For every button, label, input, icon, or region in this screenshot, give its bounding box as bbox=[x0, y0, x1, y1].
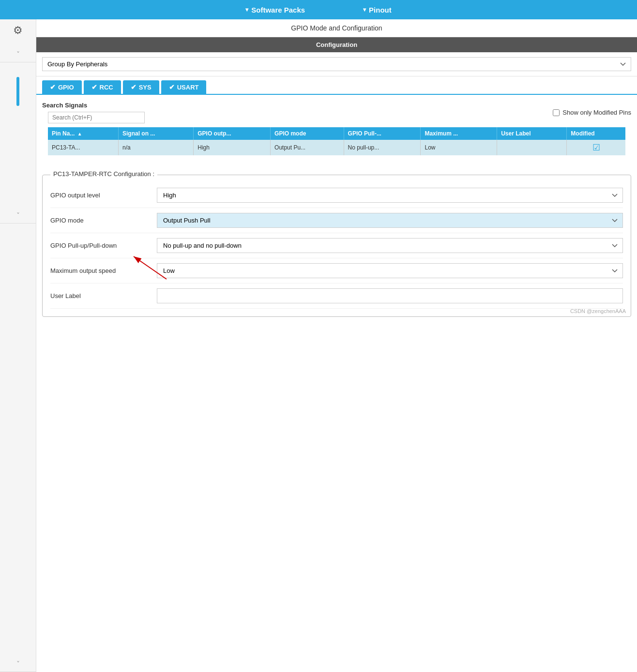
search-left: Search Signals bbox=[42, 102, 145, 123]
table-cell: No pull-up... bbox=[344, 140, 421, 155]
table-cell: High bbox=[194, 140, 271, 155]
col-signal[interactable]: Signal on ... bbox=[119, 127, 194, 140]
config-label-max-speed: Maximum output speed bbox=[50, 267, 157, 274]
sidebar-active-indicator bbox=[16, 77, 19, 106]
main-layout: ⚙ ˅ ˅ ˅ GPIO Mode and Configuration Conf… bbox=[0, 19, 637, 672]
config-row-max-speed: Maximum output speed Low Medium High bbox=[50, 258, 623, 284]
tab-sys[interactable]: ✔ SYS bbox=[123, 80, 159, 94]
check-icon: ✔ bbox=[169, 83, 175, 91]
table-row[interactable]: PC13-TA...n/aHighOutput Pu...No pull-up.… bbox=[48, 140, 625, 155]
show-modified-row: Show only Modified Pins bbox=[553, 109, 631, 116]
col-gpio-output[interactable]: GPIO outp... bbox=[194, 127, 271, 140]
show-modified-checkbox[interactable] bbox=[553, 109, 560, 116]
search-row: Search Signals Show only Modified Pins bbox=[36, 95, 637, 127]
col-modified[interactable]: Modified bbox=[567, 127, 625, 140]
group-by-row: Group By Peripherals Group By Mode bbox=[36, 52, 637, 76]
config-label-gpio-output: GPIO output level bbox=[50, 192, 157, 199]
software-packs-label: Software Packs bbox=[251, 6, 305, 14]
check-icon: ✔ bbox=[91, 83, 97, 91]
check-icon: ✔ bbox=[50, 83, 56, 91]
watermark: CSDN @zengchenAAA bbox=[570, 308, 626, 314]
config-row-gpio-output: GPIO output level High Low bbox=[50, 183, 623, 208]
top-bar: ▾ Software Packs ▾ Pinout bbox=[0, 0, 637, 19]
config-row-gpio-pull: GPIO Pull-up/Pull-down No pull-up and no… bbox=[50, 233, 623, 258]
col-gpio-pull[interactable]: GPIO Pull-... bbox=[344, 127, 421, 140]
sidebar-expand-mid[interactable]: ˅ bbox=[0, 208, 36, 224]
config-row-gpio-mode: GPIO mode Output Push Pull Output Open D… bbox=[50, 208, 623, 233]
left-sidebar: ⚙ ˅ ˅ ˅ bbox=[0, 19, 36, 672]
config-label-gpio-mode: GPIO mode bbox=[50, 217, 157, 224]
chevron-down-icon: ▾ bbox=[363, 6, 366, 13]
config-label-user-label: User Label bbox=[50, 292, 157, 299]
gpio-output-select[interactable]: High Low bbox=[157, 188, 623, 203]
sidebar-expand-bottom[interactable]: ˅ bbox=[0, 656, 36, 672]
gpio-pull-select[interactable]: No pull-up and no pull-down Pull-up Pull… bbox=[157, 238, 623, 253]
search-label: Search Signals bbox=[42, 102, 145, 109]
config-panel-legend: PC13-TAMPER-RTC Configuration : bbox=[50, 170, 157, 178]
table-cell: n/a bbox=[119, 140, 194, 155]
tab-sys-label: SYS bbox=[139, 84, 152, 91]
chevron-down-icon: ▾ bbox=[245, 6, 248, 13]
search-input[interactable] bbox=[48, 112, 145, 123]
sidebar-expand-top[interactable]: ˅ bbox=[0, 46, 36, 62]
check-icon: ✔ bbox=[131, 83, 136, 91]
tab-rcc-label: RCC bbox=[100, 84, 113, 91]
software-packs-menu[interactable]: ▾ Software Packs bbox=[245, 6, 305, 14]
col-gpio-mode[interactable]: GPIO mode bbox=[271, 127, 344, 140]
col-pin-name[interactable]: Pin Na... ▲ bbox=[48, 127, 119, 140]
config-header: Configuration bbox=[36, 37, 637, 52]
pinout-label: Pinout bbox=[369, 6, 392, 14]
col-max-speed[interactable]: Maximum ... bbox=[421, 127, 497, 140]
tab-gpio-label: GPIO bbox=[58, 84, 74, 91]
search-input-wrap bbox=[48, 112, 145, 123]
tab-usart[interactable]: ✔ USART bbox=[161, 80, 207, 94]
gpio-mode-select[interactable]: Output Push Pull Output Open Drain bbox=[157, 213, 623, 228]
user-label-input[interactable] bbox=[157, 288, 623, 303]
page-title: GPIO Mode and Configuration bbox=[36, 19, 637, 37]
gear-icon[interactable]: ⚙ bbox=[13, 24, 23, 37]
tab-usart-label: USART bbox=[177, 84, 199, 91]
table-header-row: Pin Na... ▲ Signal on ... GPIO outp... G… bbox=[48, 127, 625, 140]
tabs-row: ✔ GPIO ✔ RCC ✔ SYS ✔ USART bbox=[36, 76, 637, 95]
table-cell: PC13-TA... bbox=[48, 140, 119, 155]
pinout-menu[interactable]: ▾ Pinout bbox=[363, 6, 392, 14]
config-row-user-label: User Label bbox=[50, 284, 623, 309]
gpio-pull-wrapper: No pull-up and no pull-down Pull-up Pull… bbox=[157, 238, 623, 253]
table-cell: ☑ bbox=[567, 140, 625, 155]
show-modified-label: Show only Modified Pins bbox=[562, 109, 631, 116]
pc13-config-panel: PC13-TAMPER-RTC Configuration : GPIO out… bbox=[42, 175, 631, 317]
table-cell: Low bbox=[421, 140, 497, 155]
col-user-label[interactable]: User Label bbox=[497, 127, 567, 140]
max-speed-select[interactable]: Low Medium High bbox=[157, 263, 623, 278]
tab-gpio[interactable]: ✔ GPIO bbox=[42, 80, 82, 94]
table-cell: Output Pu... bbox=[271, 140, 344, 155]
content-area: GPIO Mode and Configuration Configuratio… bbox=[36, 19, 637, 672]
config-label-gpio-pull: GPIO Pull-up/Pull-down bbox=[50, 242, 157, 249]
tab-rcc[interactable]: ✔ RCC bbox=[84, 80, 121, 94]
group-by-select[interactable]: Group By Peripherals Group By Mode bbox=[42, 57, 631, 71]
table-cell bbox=[497, 140, 567, 155]
gpio-table: Pin Na... ▲ Signal on ... GPIO outp... G… bbox=[48, 127, 625, 155]
table-wrapper: Pin Na... ▲ Signal on ... GPIO outp... G… bbox=[36, 127, 637, 155]
